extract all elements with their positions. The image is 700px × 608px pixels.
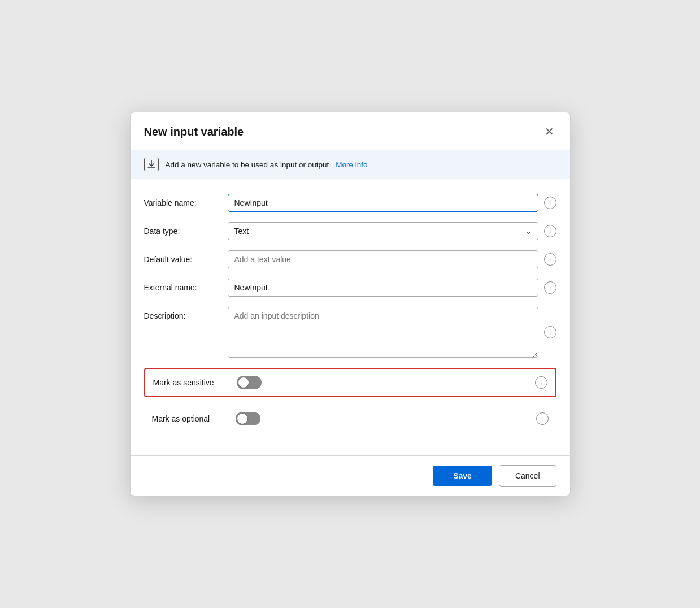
sensitive-toggle-thumb [238, 377, 249, 388]
sensitive-toggle-wrap [237, 376, 262, 389]
dialog-header: New input variable ✕ [131, 112, 570, 150]
dialog-footer: Save Cancel [131, 456, 570, 496]
data-type-select-wrapper: Text Number Boolean DateTime List DataTa… [228, 222, 538, 240]
default-value-info-icon[interactable]: i [544, 253, 556, 266]
optional-toggle-wrap [236, 412, 260, 425]
variable-name-row: Variable name: i [144, 194, 556, 212]
optional-info-icon[interactable]: i [536, 412, 549, 425]
external-name-info-icon[interactable]: i [544, 281, 556, 294]
data-type-row: Data type: Text Number Boolean DateTime … [144, 222, 556, 240]
default-value-control: i [228, 250, 556, 268]
optional-toggle[interactable] [236, 412, 260, 425]
optional-info-wrap: i [536, 412, 549, 425]
variable-name-label: Variable name: [144, 194, 228, 207]
default-value-row: Default value: i [144, 250, 556, 268]
data-type-info-icon[interactable]: i [544, 225, 556, 237]
external-name-input[interactable] [228, 279, 538, 297]
description-row: Description: i [144, 307, 556, 358]
optional-section: Mark as optional i [144, 405, 556, 432]
form-body: Variable name: i Data type: Text Number … [131, 184, 570, 450]
sensitive-toggle-track [237, 376, 262, 389]
optional-toggle-track [236, 412, 260, 425]
data-type-control: Text Number Boolean DateTime List DataTa… [228, 222, 556, 240]
new-input-variable-dialog: New input variable ✕ Add a new variable … [130, 112, 571, 496]
default-value-input[interactable] [228, 250, 538, 268]
sensitive-info-wrap: i [535, 376, 547, 389]
download-icon [144, 158, 159, 171]
sensitive-toggle[interactable] [237, 376, 262, 389]
description-control: i [228, 307, 556, 358]
external-name-label: External name: [144, 279, 228, 292]
save-button[interactable]: Save [433, 466, 492, 486]
variable-name-control: i [228, 194, 556, 212]
external-name-row: External name: i [144, 279, 556, 297]
optional-label: Mark as optional [152, 414, 236, 423]
banner-text: Add a new variable to be used as input o… [166, 160, 329, 169]
default-value-label: Default value: [144, 250, 228, 264]
optional-toggle-thumb [237, 414, 247, 424]
sensitive-info-icon[interactable]: i [535, 376, 547, 389]
description-input[interactable] [228, 307, 538, 358]
data-type-select[interactable]: Text Number Boolean DateTime List DataTa… [228, 222, 538, 240]
cancel-button[interactable]: Cancel [499, 465, 556, 487]
more-info-link[interactable]: More info [336, 160, 367, 169]
close-button[interactable]: ✕ [542, 124, 556, 140]
description-info-icon[interactable]: i [544, 326, 556, 338]
info-banner: Add a new variable to be used as input o… [131, 150, 570, 179]
variable-name-input[interactable] [228, 194, 538, 212]
sensitive-label: Mark as sensitive [153, 378, 237, 387]
external-name-control: i [228, 279, 556, 297]
sensitive-section: Mark as sensitive i [144, 368, 556, 397]
data-type-label: Data type: [144, 222, 228, 236]
dialog-title: New input variable [144, 125, 244, 138]
description-label: Description: [144, 307, 228, 320]
variable-name-info-icon[interactable]: i [544, 197, 556, 209]
